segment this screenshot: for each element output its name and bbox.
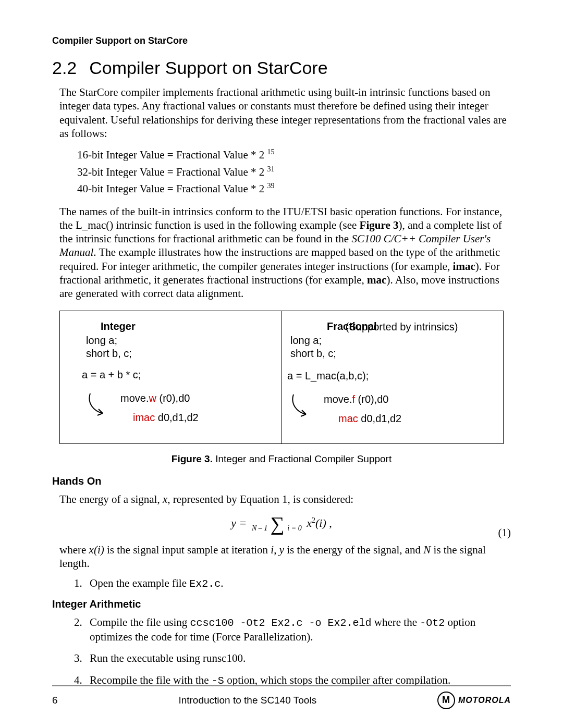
motorola-logo: MOTOROLA bbox=[437, 692, 511, 709]
fig-decl-right-1: long a; bbox=[290, 335, 336, 347]
fig-expr-right: a = L_mac(a,b,c); bbox=[287, 370, 487, 382]
paragraph-intrinsics: The names of the built-in intrinsics con… bbox=[59, 205, 511, 301]
fig-expr-left: a = a + b * c; bbox=[82, 369, 276, 381]
equation-1: y = N – 1 ∑ i = 0 x2(i) , (1) bbox=[52, 515, 511, 534]
equation-label: (1) bbox=[498, 526, 511, 539]
footer-title: Introduction to the SC140 Tools bbox=[58, 695, 437, 706]
formula-16bit: 16-bit Integer Value = Fractional Value … bbox=[77, 146, 511, 164]
formula-40bit: 40-bit Integer Value = Fractional Value … bbox=[77, 180, 511, 198]
page-number: 6 bbox=[52, 695, 58, 706]
hands-on-heading: Hands On bbox=[52, 475, 511, 487]
fig-subhead-fractional: (Supported by intrinsics) bbox=[346, 321, 458, 333]
running-header: Compiler Support on StarCore bbox=[52, 35, 511, 46]
motorola-brand-text: MOTOROLA bbox=[458, 696, 511, 705]
formula-32bit: 32-bit Integer Value = Fractional Value … bbox=[77, 164, 511, 181]
section-title-text: Compiler Support on StarCore bbox=[89, 58, 327, 78]
fig-header-integer: Integer bbox=[76, 320, 276, 332]
section-number: 2.2 bbox=[52, 58, 77, 78]
figure-col-fractional: Fractional long a; short b, c; (Supporte… bbox=[276, 320, 487, 432]
arrow-icon bbox=[84, 390, 112, 418]
section-title: 2.2Compiler Support on StarCore bbox=[52, 58, 511, 78]
page-footer: 6 Introduction to the SC140 Tools MOTORO… bbox=[52, 685, 511, 709]
formula-block: 16-bit Integer Value = Fractional Value … bbox=[77, 146, 511, 198]
motorola-mark-icon bbox=[437, 692, 455, 709]
list-item: 3. Run the executable using runsc100. bbox=[74, 651, 511, 665]
paragraph-signal-defs: where x(i) is the signal input sample at… bbox=[59, 543, 511, 571]
fig-asm-right: move.f (r0),d0 mac d0,d1,d2 bbox=[324, 393, 401, 432]
list-item: 1. Open the example file Ex2.c. bbox=[74, 576, 511, 591]
arrow-icon bbox=[287, 391, 315, 419]
step-list-2: 2. Compile the file using ccsc100 -Ot2 E… bbox=[52, 615, 511, 688]
figure-col-integer: Integer long a; short b, c; a = a + b * … bbox=[76, 320, 276, 432]
document-page: Compiler Support on StarCore 2.2Compiler… bbox=[0, 0, 563, 728]
fig-decl-left-2: short b, c; bbox=[86, 348, 276, 360]
paragraph-intro: The StarCore compiler implements fractio… bbox=[59, 85, 511, 140]
integer-arithmetic-heading: Integer Arithmetic bbox=[52, 598, 511, 610]
fig-decl-right-2: short b, c; bbox=[290, 348, 336, 360]
step-list: 1. Open the example file Ex2.c. bbox=[52, 576, 511, 591]
list-item: 2. Compile the file using ccsc100 -Ot2 E… bbox=[74, 615, 511, 644]
fig-asm-left: move.w (r0),d0 imac d0,d1,d2 bbox=[120, 392, 199, 431]
figure-3-box: Integer long a; short b, c; a = a + b * … bbox=[59, 311, 504, 444]
fig-decl-left-1: long a; bbox=[86, 335, 276, 347]
paragraph-energy: The energy of a signal, x, represented b… bbox=[59, 492, 511, 506]
figure-caption: Figure 3. Integer and Fractional Compile… bbox=[52, 453, 511, 465]
